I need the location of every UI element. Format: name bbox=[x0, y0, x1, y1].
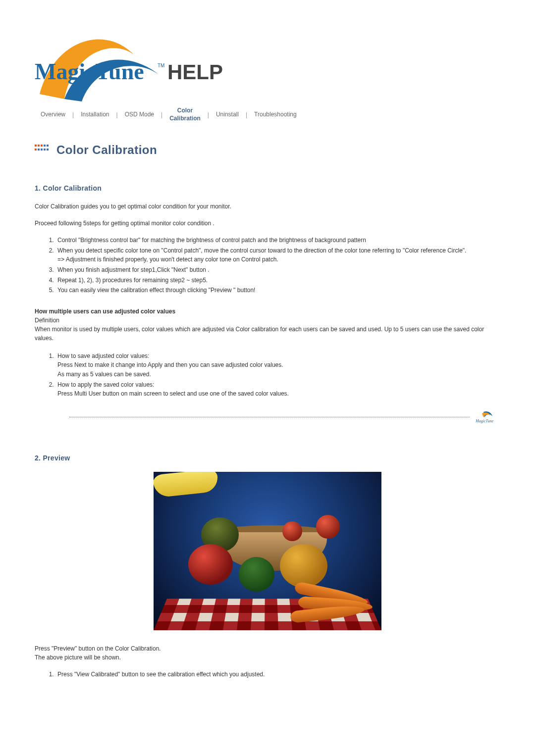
yellow-pepper-graphic bbox=[280, 544, 327, 588]
list-item: How to apply the saved color values: Pre… bbox=[55, 380, 500, 399]
preview-image-wrap bbox=[35, 472, 500, 630]
svg-rect-7 bbox=[41, 149, 43, 151]
apple-graphic bbox=[316, 515, 340, 539]
preview-image bbox=[154, 472, 381, 630]
svg-rect-4 bbox=[47, 145, 49, 147]
multi-users-body: When monitor is used by multiple users, … bbox=[35, 325, 500, 343]
svg-rect-1 bbox=[38, 145, 40, 147]
section-preview: 2. Preview Press "Preview" button on the… bbox=[35, 454, 500, 679]
title-bullet-icon bbox=[35, 145, 51, 156]
page-title-row: Color Calibration bbox=[35, 143, 500, 157]
list-item: Repeat 1), 2), 3) procedures for remaini… bbox=[55, 276, 500, 285]
brand-logo-block: MagicTune TM HELP bbox=[35, 20, 500, 103]
nav-separator: | bbox=[116, 111, 118, 118]
magictune-help-logo: MagicTune TM HELP bbox=[35, 20, 223, 101]
apple-graphic bbox=[282, 521, 302, 541]
nav-uninstall[interactable]: Uninstall bbox=[216, 111, 239, 119]
nav-osd-mode[interactable]: OSD Mode bbox=[125, 111, 154, 119]
section-divider: MagicTune bbox=[69, 410, 500, 424]
list-item: Control "Brightness control bar" for mat… bbox=[55, 236, 500, 245]
definition-label: Definition bbox=[35, 316, 500, 325]
svg-rect-2 bbox=[41, 145, 43, 147]
preview-caption-2: The above picture will be shown. bbox=[35, 653, 500, 662]
list-item: When you detect specific color tone on "… bbox=[55, 246, 500, 264]
section1-intro1: Color Calibration guides you to get opti… bbox=[35, 202, 500, 211]
section-color-calibration: 1. Color Calibration Color Calibration g… bbox=[35, 184, 500, 424]
trademark-symbol: TM bbox=[158, 63, 164, 68]
nav-bar: Overview | Installation | OSD Mode | Col… bbox=[35, 107, 500, 122]
magictune-mini-logo: MagicTune bbox=[475, 410, 500, 424]
section2-heading: 2. Preview bbox=[35, 454, 500, 462]
preview-caption-1: Press "Preview" button on the Color Cali… bbox=[35, 644, 500, 653]
nav-troubleshooting[interactable]: Troubleshooting bbox=[254, 111, 297, 119]
list-item: You can easily view the calibration effe… bbox=[55, 286, 500, 295]
svg-text:MagicTune: MagicTune bbox=[475, 419, 493, 423]
svg-rect-0 bbox=[35, 145, 37, 147]
dotted-rule bbox=[69, 417, 470, 417]
red-pepper-graphic bbox=[188, 544, 233, 585]
svg-rect-9 bbox=[47, 149, 49, 151]
nav-separator: | bbox=[72, 111, 74, 118]
multi-users-heading: How multiple users can use adjusted colo… bbox=[35, 307, 500, 316]
list-item: How to save adjusted color values: Press… bbox=[55, 352, 500, 379]
nav-separator: | bbox=[246, 111, 247, 118]
nav-separator: | bbox=[161, 111, 162, 118]
banana-graphic bbox=[154, 472, 219, 498]
list-item: When you finish adjustment for step1,Cli… bbox=[55, 265, 500, 275]
nav-overview[interactable]: Overview bbox=[41, 111, 65, 119]
brand-wordmark: MagicTune bbox=[35, 59, 144, 84]
list-item: Press "View Calibrated" button to see th… bbox=[55, 670, 500, 679]
section1-steps-list: Control "Brightness control bar" for mat… bbox=[55, 236, 500, 295]
section1-intro2: Proceed following 5steps for getting opt… bbox=[35, 219, 500, 228]
section2-steps-list: Press "View Calibrated" button to see th… bbox=[55, 670, 500, 679]
svg-rect-5 bbox=[35, 149, 37, 151]
multi-users-steps-list: How to save adjusted color values: Press… bbox=[55, 352, 500, 399]
broccoli-graphic bbox=[239, 557, 274, 592]
page-title: Color Calibration bbox=[56, 143, 157, 157]
svg-rect-3 bbox=[44, 145, 46, 147]
section1-heading: 1. Color Calibration bbox=[35, 184, 500, 192]
nav-separator: | bbox=[208, 111, 209, 118]
svg-rect-8 bbox=[44, 149, 46, 151]
svg-rect-6 bbox=[38, 149, 40, 151]
nav-installation[interactable]: Installation bbox=[81, 111, 109, 119]
help-word: HELP bbox=[167, 60, 223, 84]
nav-color-calibration[interactable]: Color Calibration bbox=[169, 107, 201, 122]
